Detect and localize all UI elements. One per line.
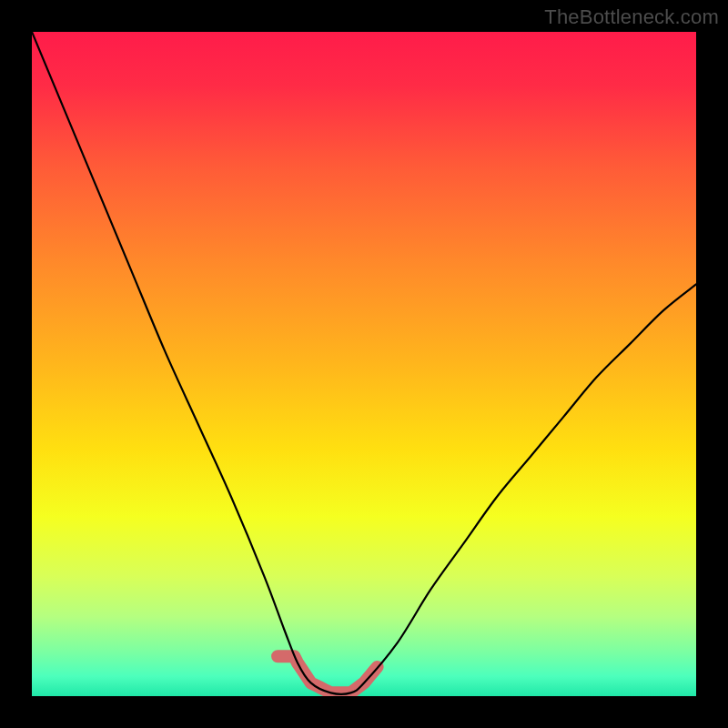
chart-frame: TheBottleneck.com <box>0 0 728 728</box>
plot-area <box>32 32 696 696</box>
bottleneck-curve <box>32 32 696 694</box>
curve-layer <box>32 32 696 696</box>
watermark-text: TheBottleneck.com <box>544 5 719 29</box>
optimal-range-highlight <box>278 656 378 693</box>
